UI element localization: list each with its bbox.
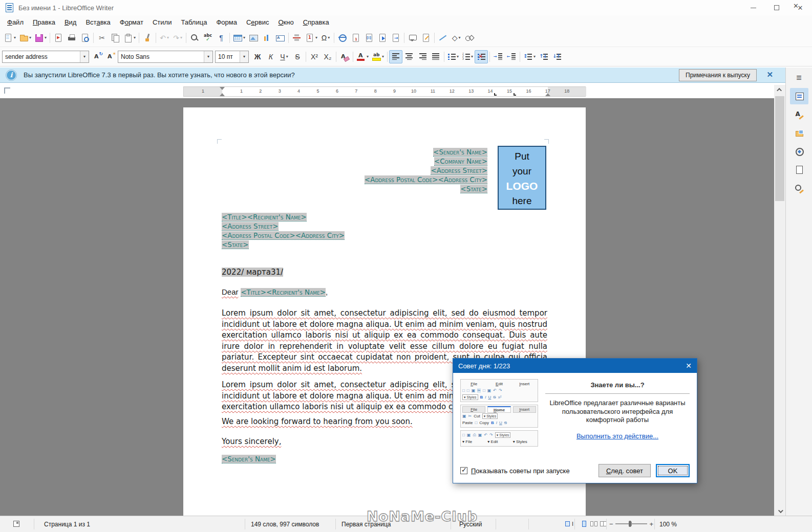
placeholder-field[interactable]: <Address Postal Code><Address City>	[222, 231, 345, 240]
menu-format[interactable]: Формат	[115, 17, 148, 28]
insert-bookmark-button[interactable]	[376, 31, 389, 45]
numbered-list-button[interactable]: ▾	[460, 50, 475, 63]
page-break-button[interactable]	[290, 31, 304, 45]
close-document-icon[interactable]: ✕	[793, 2, 799, 10]
bold-button[interactable]: Ж	[251, 50, 264, 63]
clear-formatting-button[interactable]	[338, 50, 351, 63]
insert-field-dropdown-icon[interactable]: ▾	[315, 35, 317, 40]
sender-placeholder[interactable]: <Sender's Name>	[222, 455, 276, 463]
insert-textbox-button[interactable]	[273, 31, 287, 45]
size-dropdown-icon[interactable]: ▾	[240, 51, 248, 62]
insert-footnote-button[interactable]	[349, 31, 362, 45]
size-combobox[interactable]: 10 пт▾	[215, 51, 249, 63]
font-color-button[interactable]: ▾	[355, 50, 370, 63]
insert-hyperlink-button[interactable]	[336, 31, 349, 45]
placeholder-field[interactable]: <Title><Recipient's Name>	[222, 213, 307, 221]
signature-line[interactable]: <Sender's Name>	[222, 454, 276, 463]
insert-line-button[interactable]	[436, 31, 450, 45]
cross-reference-button[interactable]	[389, 31, 402, 45]
draw-functions-button[interactable]	[463, 31, 476, 45]
highlight-color-button[interactable]: ▾	[370, 50, 386, 63]
sidebar-navigator[interactable]	[790, 143, 808, 160]
paste-button[interactable]: ▾	[122, 31, 137, 45]
insert-chart-button[interactable]	[260, 31, 273, 45]
style-combobox[interactable]: sender address▾	[2, 51, 89, 63]
align-center-button[interactable]	[402, 50, 416, 63]
increase-indent-button[interactable]	[492, 50, 505, 63]
insert-table-button[interactable]: ▾	[231, 31, 247, 45]
save-dropdown-icon[interactable]: ▾	[45, 35, 47, 40]
menu-help[interactable]: Справка	[298, 17, 334, 28]
close-button[interactable]: ✕	[788, 0, 812, 15]
placeholder-field[interactable]: <State>	[460, 185, 487, 193]
new-document-button[interactable]: ▾	[2, 31, 17, 45]
insert-endnote-button[interactable]	[362, 31, 376, 45]
cut-button[interactable]: ✂	[95, 31, 109, 45]
save-status-icon[interactable]	[13, 521, 19, 527]
dialog-close-icon[interactable]: ✕	[686, 362, 692, 370]
special-character-button[interactable]: Ω▾	[319, 31, 332, 45]
placeholder-field[interactable]: <Address Street>	[222, 222, 279, 231]
special-character-dropdown-icon[interactable]: ▾	[328, 35, 330, 40]
paste-dropdown-icon[interactable]: ▾	[134, 35, 136, 40]
align-left-button[interactable]	[389, 50, 402, 63]
sidebar-styles[interactable]	[790, 106, 808, 123]
spelling-button[interactable]	[201, 31, 215, 45]
next-tip-button[interactable]: След. совет	[599, 464, 651, 477]
export-pdf-button[interactable]	[52, 31, 65, 45]
word-count-status[interactable]: 149 слов, 997 символов	[251, 521, 319, 528]
justify-button[interactable]	[429, 50, 442, 63]
zoom-slider[interactable]: −+	[609, 520, 653, 527]
menu-view[interactable]: Вид	[60, 17, 81, 28]
zoom-level[interactable]: 100 %	[659, 521, 677, 528]
align-right-button[interactable]	[416, 50, 429, 63]
para-space-increase-button[interactable]	[537, 50, 550, 63]
tab-stop-marker[interactable]	[514, 93, 516, 96]
minimize-button[interactable]	[741, 0, 765, 15]
menu-insert[interactable]: Вставка	[81, 17, 115, 28]
menu-form[interactable]: Форма	[211, 17, 242, 28]
open-dropdown-icon[interactable]: ▾	[29, 35, 31, 40]
underline-button[interactable]: Ч▾	[277, 50, 291, 63]
redo-button[interactable]: ↷▾	[171, 31, 184, 45]
placeholder-field[interactable]: <Sender's Name>	[433, 148, 487, 157]
salutation-line[interactable]: Dear <Title><Recipient's Name>,	[222, 287, 328, 297]
redo-dropdown-icon[interactable]: ▾	[180, 35, 182, 40]
copy-button[interactable]	[109, 31, 122, 45]
signoff-line[interactable]: Yours sincerely,	[222, 437, 281, 446]
font-combobox[interactable]: Noto Sans▾	[118, 51, 213, 63]
multi-page-view-icon[interactable]	[590, 520, 598, 528]
menu-tools[interactable]: Сервис	[242, 17, 274, 28]
indent-marker[interactable]	[220, 87, 225, 90]
no-list-button[interactable]	[475, 50, 488, 63]
new-document-dropdown-icon[interactable]: ▾	[14, 35, 16, 40]
find-replace-button[interactable]	[188, 31, 201, 45]
release-notes-button[interactable]: Примечания к выпуску	[679, 69, 757, 81]
menu-file[interactable]: Файл	[3, 17, 28, 28]
selection-mode-icon[interactable]	[565, 521, 570, 526]
basic-shapes-dropdown-icon[interactable]: ▾	[458, 35, 460, 40]
insert-image-button[interactable]	[247, 31, 260, 45]
show-tips-checkbox[interactable]	[460, 467, 467, 474]
print-preview-button[interactable]	[78, 31, 92, 45]
bullet-list-dropdown-icon[interactable]: ▾	[457, 54, 459, 59]
tab-stop-marker[interactable]	[494, 93, 497, 96]
date-field[interactable]: 2022/ марта31/	[222, 268, 283, 277]
scrollbar-thumb[interactable]	[775, 96, 784, 201]
bullet-list-button[interactable]: ▾	[446, 50, 460, 63]
menu-window[interactable]: Окно	[273, 17, 298, 28]
sidebar-sidebar-settings[interactable]: ≡	[790, 70, 808, 86]
insert-table-dropdown-icon[interactable]: ▾	[243, 35, 245, 40]
strikethrough-button[interactable]: S	[291, 50, 304, 63]
placeholder-field[interactable]: <Address Street>	[431, 166, 487, 175]
sender-address-block[interactable]: <Sender's Name><Company Name><Address St…	[365, 147, 487, 193]
placeholder-field[interactable]: <Company Name>	[434, 157, 487, 166]
underline-dropdown-icon[interactable]: ▾	[286, 54, 288, 59]
print-button[interactable]	[65, 31, 78, 45]
line-spacing-button[interactable]: ▾	[522, 50, 537, 63]
insert-field-button[interactable]: ▾	[304, 31, 319, 45]
style-dropdown-icon[interactable]: ▾	[80, 51, 89, 62]
decrease-indent-button[interactable]	[505, 50, 518, 63]
sidebar-page[interactable]	[790, 162, 808, 178]
numbered-list-dropdown-icon[interactable]: ▾	[471, 54, 473, 59]
